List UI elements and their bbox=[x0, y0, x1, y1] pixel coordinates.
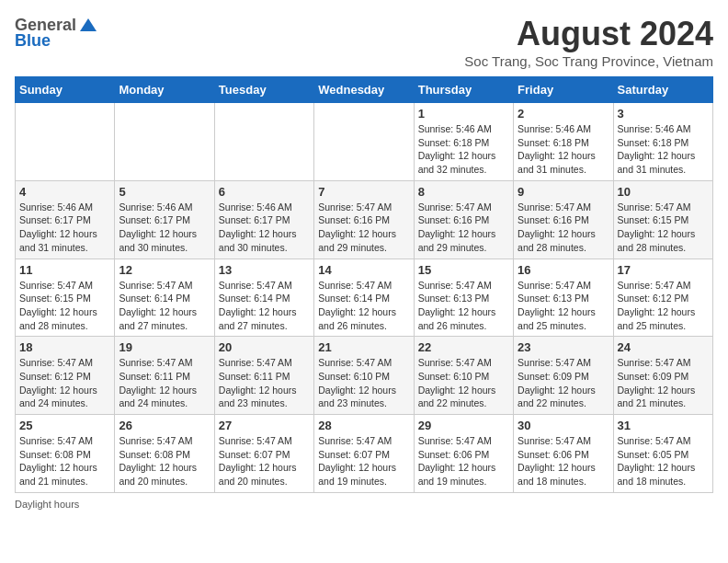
day-cell-12: 12Sunrise: 5:47 AMSunset: 6:14 PMDayligh… bbox=[115, 259, 214, 337]
logo-blue-text: Blue bbox=[15, 31, 51, 51]
day-info: Sunrise: 5:46 AMSunset: 6:18 PMDaylight:… bbox=[618, 122, 709, 177]
day-number: 30 bbox=[518, 419, 609, 432]
calendar-header: SundayMondayTuesdayWednesdayThursdayFrid… bbox=[16, 77, 713, 103]
header-cell-monday: Monday bbox=[115, 77, 214, 103]
header-row: SundayMondayTuesdayWednesdayThursdayFrid… bbox=[16, 77, 713, 103]
day-number: 15 bbox=[418, 263, 509, 277]
day-number: 21 bbox=[318, 340, 409, 354]
day-cell-23: 23Sunrise: 5:47 AMSunset: 6:09 PMDayligh… bbox=[514, 337, 613, 415]
day-cell-26: 26Sunrise: 5:47 AMSunset: 6:08 PMDayligh… bbox=[115, 415, 214, 493]
day-info: Sunrise: 5:47 AMSunset: 6:10 PMDaylight:… bbox=[318, 356, 409, 410]
day-cell-24: 24Sunrise: 5:47 AMSunset: 6:09 PMDayligh… bbox=[613, 337, 712, 415]
day-info: Sunrise: 5:47 AMSunset: 6:15 PMDaylight:… bbox=[618, 201, 709, 255]
day-cell-28: 28Sunrise: 5:47 AMSunset: 6:07 PMDayligh… bbox=[314, 415, 414, 493]
day-number: 31 bbox=[618, 419, 709, 432]
day-number: 29 bbox=[418, 419, 509, 432]
day-cell-17: 17Sunrise: 5:47 AMSunset: 6:12 PMDayligh… bbox=[613, 259, 712, 337]
day-number: 3 bbox=[618, 107, 709, 121]
day-cell-25: 25Sunrise: 5:47 AMSunset: 6:08 PMDayligh… bbox=[16, 415, 115, 493]
week-row-3: 11Sunrise: 5:47 AMSunset: 6:15 PMDayligh… bbox=[16, 259, 713, 337]
day-number: 7 bbox=[318, 185, 409, 199]
week-row-1: 1Sunrise: 5:46 AMSunset: 6:18 PMDaylight… bbox=[16, 103, 713, 181]
day-cell-10: 10Sunrise: 5:47 AMSunset: 6:15 PMDayligh… bbox=[613, 180, 712, 259]
day-info: Sunrise: 5:47 AMSunset: 6:14 PMDaylight:… bbox=[318, 279, 409, 333]
day-number: 1 bbox=[418, 107, 509, 121]
day-cell-27: 27Sunrise: 5:47 AMSunset: 6:07 PMDayligh… bbox=[214, 415, 313, 493]
day-number: 28 bbox=[318, 419, 409, 432]
day-number: 24 bbox=[618, 340, 709, 354]
day-cell-2: 2Sunrise: 5:46 AMSunset: 6:18 PMDaylight… bbox=[514, 103, 613, 181]
day-number: 9 bbox=[518, 185, 609, 199]
header-cell-saturday: Saturday bbox=[613, 77, 712, 103]
day-number: 14 bbox=[318, 263, 409, 277]
header-cell-sunday: Sunday bbox=[16, 77, 115, 103]
day-info: Sunrise: 5:46 AMSunset: 6:17 PMDaylight:… bbox=[119, 201, 210, 255]
day-info: Sunrise: 5:47 AMSunset: 6:05 PMDaylight:… bbox=[618, 434, 709, 488]
day-cell-22: 22Sunrise: 5:47 AMSunset: 6:10 PMDayligh… bbox=[414, 337, 513, 415]
day-info: Sunrise: 5:47 AMSunset: 6:12 PMDaylight:… bbox=[19, 356, 110, 410]
day-cell-empty bbox=[214, 103, 313, 181]
day-info: Sunrise: 5:47 AMSunset: 6:08 PMDaylight:… bbox=[119, 434, 210, 488]
day-info: Sunrise: 5:47 AMSunset: 6:12 PMDaylight:… bbox=[618, 279, 709, 333]
day-number: 18 bbox=[19, 340, 110, 354]
day-info: Sunrise: 5:47 AMSunset: 6:13 PMDaylight:… bbox=[418, 279, 509, 333]
day-info: Sunrise: 5:47 AMSunset: 6:16 PMDaylight:… bbox=[518, 201, 609, 255]
svg-marker-0 bbox=[80, 18, 97, 31]
day-info: Sunrise: 5:47 AMSunset: 6:16 PMDaylight:… bbox=[318, 201, 409, 255]
day-number: 12 bbox=[119, 263, 210, 277]
day-cell-6: 6Sunrise: 5:46 AMSunset: 6:17 PMDaylight… bbox=[214, 180, 313, 259]
day-number: 13 bbox=[219, 263, 310, 277]
day-cell-3: 3Sunrise: 5:46 AMSunset: 6:18 PMDaylight… bbox=[613, 103, 712, 181]
day-number: 2 bbox=[518, 107, 609, 121]
day-cell-19: 19Sunrise: 5:47 AMSunset: 6:11 PMDayligh… bbox=[115, 337, 214, 415]
day-cell-4: 4Sunrise: 5:46 AMSunset: 6:17 PMDaylight… bbox=[16, 180, 115, 259]
day-cell-empty bbox=[314, 103, 414, 181]
day-cell-29: 29Sunrise: 5:47 AMSunset: 6:06 PMDayligh… bbox=[414, 415, 513, 493]
day-cell-13: 13Sunrise: 5:47 AMSunset: 6:14 PMDayligh… bbox=[214, 259, 313, 337]
calendar-title: August 2024 bbox=[464, 15, 713, 53]
day-cell-1: 1Sunrise: 5:46 AMSunset: 6:18 PMDaylight… bbox=[414, 103, 513, 181]
day-number: 6 bbox=[219, 185, 310, 199]
logo-triangle-icon bbox=[78, 15, 98, 35]
day-info: Sunrise: 5:47 AMSunset: 6:15 PMDaylight:… bbox=[19, 279, 110, 333]
day-info: Sunrise: 5:47 AMSunset: 6:11 PMDaylight:… bbox=[119, 356, 210, 410]
day-number: 11 bbox=[19, 263, 110, 277]
day-info: Sunrise: 5:47 AMSunset: 6:07 PMDaylight:… bbox=[219, 434, 310, 488]
week-row-4: 18Sunrise: 5:47 AMSunset: 6:12 PMDayligh… bbox=[16, 337, 713, 415]
day-number: 5 bbox=[119, 185, 210, 199]
day-number: 17 bbox=[618, 263, 709, 277]
day-number: 27 bbox=[219, 419, 310, 432]
day-cell-31: 31Sunrise: 5:47 AMSunset: 6:05 PMDayligh… bbox=[613, 415, 712, 493]
day-info: Sunrise: 5:47 AMSunset: 6:06 PMDaylight:… bbox=[418, 434, 509, 488]
day-cell-8: 8Sunrise: 5:47 AMSunset: 6:16 PMDaylight… bbox=[414, 180, 513, 259]
day-info: Sunrise: 5:47 AMSunset: 6:08 PMDaylight:… bbox=[19, 434, 110, 488]
day-info: Sunrise: 5:46 AMSunset: 6:18 PMDaylight:… bbox=[518, 122, 609, 177]
footer-note: Daylight hours bbox=[15, 499, 713, 510]
day-cell-14: 14Sunrise: 5:47 AMSunset: 6:14 PMDayligh… bbox=[314, 259, 414, 337]
week-row-2: 4Sunrise: 5:46 AMSunset: 6:17 PMDaylight… bbox=[16, 180, 713, 259]
calendar-body: 1Sunrise: 5:46 AMSunset: 6:18 PMDaylight… bbox=[16, 103, 713, 493]
day-cell-5: 5Sunrise: 5:46 AMSunset: 6:17 PMDaylight… bbox=[115, 180, 214, 259]
day-cell-21: 21Sunrise: 5:47 AMSunset: 6:10 PMDayligh… bbox=[314, 337, 414, 415]
day-info: Sunrise: 5:47 AMSunset: 6:06 PMDaylight:… bbox=[518, 434, 609, 488]
day-cell-16: 16Sunrise: 5:47 AMSunset: 6:13 PMDayligh… bbox=[514, 259, 613, 337]
day-info: Sunrise: 5:47 AMSunset: 6:07 PMDaylight:… bbox=[318, 434, 409, 488]
day-cell-empty bbox=[16, 103, 115, 181]
day-cell-9: 9Sunrise: 5:47 AMSunset: 6:16 PMDaylight… bbox=[514, 180, 613, 259]
calendar-table: SundayMondayTuesdayWednesdayThursdayFrid… bbox=[15, 76, 713, 493]
day-cell-20: 20Sunrise: 5:47 AMSunset: 6:11 PMDayligh… bbox=[214, 337, 313, 415]
day-info: Sunrise: 5:47 AMSunset: 6:09 PMDaylight:… bbox=[618, 356, 709, 410]
header-cell-tuesday: Tuesday bbox=[214, 77, 313, 103]
header: General Blue August 2024 Soc Trang, Soc … bbox=[15, 15, 713, 69]
day-number: 19 bbox=[119, 340, 210, 354]
day-number: 4 bbox=[19, 185, 110, 199]
day-number: 20 bbox=[219, 340, 310, 354]
day-cell-15: 15Sunrise: 5:47 AMSunset: 6:13 PMDayligh… bbox=[414, 259, 513, 337]
day-number: 16 bbox=[518, 263, 609, 277]
day-cell-30: 30Sunrise: 5:47 AMSunset: 6:06 PMDayligh… bbox=[514, 415, 613, 493]
day-info: Sunrise: 5:47 AMSunset: 6:14 PMDaylight:… bbox=[219, 279, 310, 333]
day-info: Sunrise: 5:46 AMSunset: 6:17 PMDaylight:… bbox=[19, 201, 110, 255]
day-info: Sunrise: 5:47 AMSunset: 6:13 PMDaylight:… bbox=[518, 279, 609, 333]
day-info: Sunrise: 5:47 AMSunset: 6:09 PMDaylight:… bbox=[518, 356, 609, 410]
day-number: 25 bbox=[19, 419, 110, 432]
